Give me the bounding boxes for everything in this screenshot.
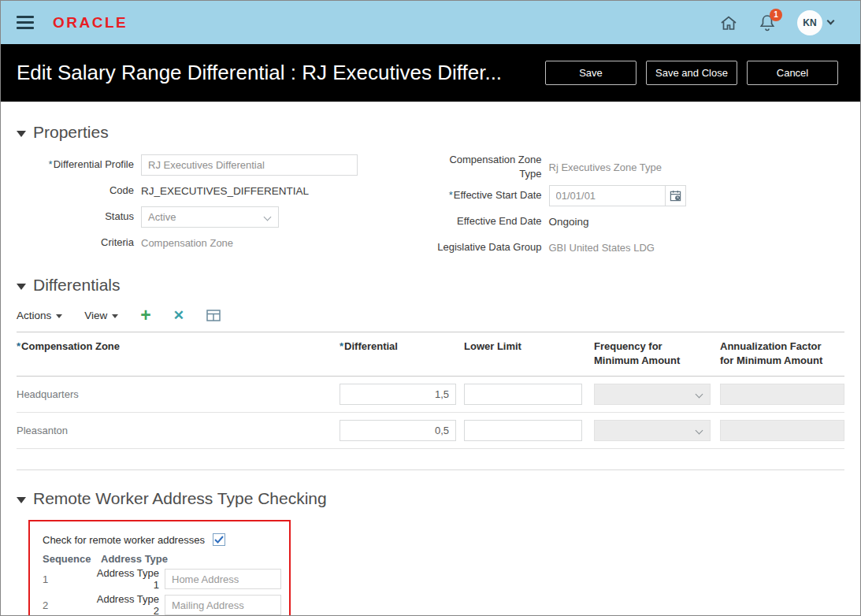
user-menu[interactable]: KN [797, 10, 833, 35]
save-button[interactable]: Save [545, 61, 636, 85]
chevron-down-icon [696, 391, 703, 399]
section-remote-worker[interactable]: Remote Worker Address Type Checking [17, 489, 844, 508]
effective-start-label: *Effective Start Date [431, 188, 549, 202]
section-properties-title: Properties [33, 123, 109, 142]
chevron-down-icon [264, 213, 272, 221]
ldg-value: GBI United States LDG [549, 242, 655, 254]
application-window: ORACLE 1 KN Edit Salary Range Differenti… [0, 0, 861, 616]
required-marker: * [340, 340, 343, 352]
section-differentials[interactable]: Differentials [17, 276, 844, 295]
collapse-triangle-icon [17, 284, 26, 290]
column-header-address-type: Address Type [101, 553, 168, 565]
differential-profile-input[interactable] [141, 154, 358, 176]
actions-menu[interactable]: Actions [17, 310, 62, 321]
table-end-divider [17, 469, 844, 470]
column-header-sequence: Sequence [43, 553, 101, 565]
global-toolbar: ORACLE 1 KN [1, 1, 860, 44]
detach-icon[interactable] [206, 310, 221, 321]
criteria-label: Criteria [17, 236, 141, 250]
remote-checkbox-label: Check for remote worker addresses [43, 534, 205, 546]
remote-addresses-checkbox[interactable] [213, 533, 225, 546]
ldg-label: Legislative Data Group [431, 240, 549, 254]
column-header-frequency: Frequency for Minimum Amount [594, 340, 720, 367]
column-header-annualization: Annualization Factor for Minimum Amount [720, 340, 844, 367]
add-row-icon[interactable]: + [140, 306, 150, 325]
chevron-down-icon [56, 314, 62, 318]
table-header-row: *Compensation Zone *Differential Lower L… [17, 332, 844, 377]
calendar-icon[interactable] [665, 185, 686, 206]
column-header-lower-limit: Lower Limit [464, 340, 594, 367]
zone-cell: Pleasanton [17, 425, 340, 436]
home-icon[interactable] [720, 15, 737, 31]
sequence-value: 2 [43, 599, 92, 611]
view-menu[interactable]: View [84, 310, 118, 321]
differentials-table: *Compensation Zone *Differential Lower L… [17, 332, 844, 470]
view-menu-label: View [84, 310, 107, 321]
address-type-input[interactable] [165, 595, 281, 615]
actions-menu-label: Actions [17, 310, 51, 321]
properties-form: *Differential Profile Code RJ_EXECUTIVES… [17, 152, 844, 261]
chevron-down-icon [696, 427, 703, 435]
table-row[interactable]: Pleasanton [17, 413, 844, 449]
address-type-input[interactable] [165, 569, 281, 589]
annualization-field-disabled [720, 384, 844, 405]
address-row: 2 Address Type 2 [38, 593, 281, 616]
differential-input[interactable] [340, 420, 456, 441]
oracle-logo: ORACLE [53, 14, 128, 32]
chevron-down-icon [112, 314, 118, 318]
address-row: 1 Address Type 1 [38, 567, 281, 591]
address-type-label: Address Type 1 [92, 567, 165, 591]
criteria-value: Compensation Zone [141, 237, 233, 249]
differential-profile-label: *Differential Profile [17, 158, 141, 172]
effective-end-value: Ongoing [549, 216, 589, 228]
frequency-select-disabled [594, 384, 711, 405]
collapse-triangle-icon [17, 131, 26, 137]
page-header: Edit Salary Range Differential : RJ Exec… [1, 44, 860, 102]
avatar: KN [797, 10, 822, 35]
required-marker: * [17, 340, 20, 352]
column-header-differential: *Differential [340, 340, 464, 367]
table-row[interactable]: Headquarters [17, 377, 844, 413]
frequency-select-disabled [594, 420, 711, 441]
differentials-toolbar: Actions View + ✕ [17, 306, 844, 325]
delete-row-icon[interactable]: ✕ [173, 309, 184, 322]
effective-end-label: Effective End Date [431, 214, 549, 228]
cancel-button[interactable]: Cancel [747, 61, 838, 85]
annualization-field-disabled [720, 420, 844, 441]
collapse-triangle-icon [17, 497, 26, 503]
page-title: Edit Salary Range Differential : RJ Exec… [17, 61, 502, 85]
chevron-down-icon [827, 17, 835, 25]
zone-cell: Headquarters [17, 388, 340, 400]
differential-input[interactable] [340, 384, 456, 405]
comp-zone-type-label: Compensation Zone Type [431, 153, 549, 180]
address-type-label: Address Type 2 [92, 593, 165, 616]
sequence-value: 1 [43, 573, 92, 585]
status-value: Active [148, 211, 176, 223]
required-marker: * [449, 189, 453, 201]
comp-zone-type-value: Rj Executives Zone Type [549, 161, 662, 173]
code-value: RJ_EXECUTIVES_DIFFERENTIAL [141, 185, 309, 197]
lower-limit-input[interactable] [464, 420, 582, 441]
section-properties[interactable]: Properties [17, 123, 844, 142]
address-table-header: Sequence Address Type [38, 553, 281, 565]
status-label: Status [17, 210, 141, 224]
save-and-close-button[interactable]: Save and Close [646, 61, 737, 85]
remote-worker-highlight-box: Check for remote worker addresses Sequen… [28, 520, 291, 616]
navigator-menu-icon[interactable] [17, 13, 34, 32]
notifications-icon[interactable]: 1 [759, 14, 775, 32]
lower-limit-input[interactable] [464, 384, 582, 405]
notification-badge: 1 [770, 9, 782, 21]
section-differentials-title: Differentials [33, 276, 121, 295]
code-label: Code [17, 184, 141, 198]
column-header-compensation-zone: *Compensation Zone [17, 340, 340, 367]
status-select[interactable]: Active [141, 206, 279, 228]
effective-start-date-input[interactable] [549, 185, 666, 206]
section-remote-worker-title: Remote Worker Address Type Checking [33, 489, 327, 508]
required-marker: * [49, 158, 53, 170]
